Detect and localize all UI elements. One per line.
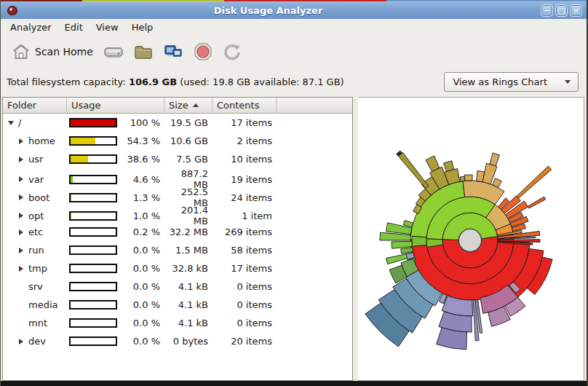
status-row: Total filesystem capacity: 106.9 GB (use… bbox=[1, 67, 587, 97]
expander-icon[interactable] bbox=[17, 339, 25, 344]
rings-chart-segment[interactable] bbox=[517, 166, 552, 198]
scan-folder-button[interactable] bbox=[129, 42, 158, 62]
usage-bar-fill bbox=[71, 156, 88, 162]
scan-filesystem-button[interactable] bbox=[98, 42, 129, 62]
column-header-contents[interactable]: Contents bbox=[212, 98, 277, 114]
capacity-value: 106.9 GB bbox=[129, 76, 177, 87]
triangle-closed-icon bbox=[19, 339, 23, 344]
stop-icon bbox=[194, 42, 212, 61]
column-header-usage[interactable]: Usage bbox=[67, 98, 164, 114]
usage-bar-fill bbox=[71, 213, 71, 219]
folder-cell: tmp bbox=[3, 263, 67, 274]
view-as-select[interactable]: View as Rings Chart bbox=[444, 72, 579, 92]
table-row[interactable]: tmp0.0 %32.8 kB17 items bbox=[3, 259, 352, 277]
folder-size: 4.1 kB bbox=[164, 318, 212, 328]
expander-icon[interactable] bbox=[17, 157, 25, 162]
expander-icon[interactable] bbox=[17, 176, 25, 182]
rings-chart-panel[interactable] bbox=[358, 97, 584, 381]
usage-bar-cell bbox=[67, 245, 121, 255]
folder-size: 7.5 GB bbox=[164, 154, 212, 165]
usage-bar-cell bbox=[67, 318, 121, 328]
folder-name: mnt bbox=[28, 318, 47, 328]
usage-bar-cell bbox=[67, 175, 121, 184]
window-bottom-border bbox=[1, 381, 587, 386]
tree-header: FolderUsageSizeContents bbox=[3, 98, 352, 114]
menu-item-view[interactable]: View bbox=[90, 20, 125, 34]
network-icon bbox=[163, 43, 183, 60]
usage-percent: 0.0 % bbox=[121, 318, 164, 328]
table-row[interactable]: dev0.0 %0 bytes20 items bbox=[3, 332, 352, 350]
table-row[interactable]: run0.0 %1.5 MB58 items bbox=[3, 241, 352, 259]
rings-chart-center[interactable] bbox=[459, 229, 482, 252]
expander-icon[interactable] bbox=[17, 213, 25, 218]
expander-icon[interactable] bbox=[7, 121, 15, 125]
table-row[interactable]: /100 %19.5 GB17 items bbox=[3, 114, 352, 132]
folder-name: var bbox=[28, 174, 44, 185]
expander-icon[interactable] bbox=[17, 248, 25, 253]
folder-tree-panel: FolderUsageSizeContents /100 %19.5 GB17 … bbox=[2, 97, 353, 381]
rings-chart-segment[interactable] bbox=[460, 176, 465, 181]
rings-chart-segment[interactable] bbox=[403, 221, 413, 227]
rings-chart-segment[interactable] bbox=[398, 152, 429, 188]
minimize-button[interactable]: − bbox=[541, 4, 553, 17]
titlebar[interactable]: Disk Usage Analyzer −□× bbox=[1, 1, 587, 19]
panel-splitter[interactable] bbox=[353, 97, 358, 381]
folder-name: srv bbox=[28, 281, 43, 292]
table-row[interactable]: boot1.3 %252.5 MB24 items bbox=[3, 186, 352, 205]
expander-icon[interactable] bbox=[17, 138, 25, 144]
rings-chart-segment[interactable] bbox=[426, 156, 440, 172]
triangle-open-icon bbox=[8, 121, 14, 125]
folder-size: 0 bytes bbox=[164, 336, 212, 347]
toolbar-button-label: Scan Home bbox=[35, 46, 93, 58]
expander-icon[interactable] bbox=[17, 194, 25, 200]
menu-item-edit[interactable]: Edit bbox=[58, 20, 90, 34]
table-row[interactable]: srv0.0 %4.1 kB0 items bbox=[3, 277, 352, 296]
menu-item-help[interactable]: Help bbox=[125, 20, 160, 34]
column-header-folder[interactable]: Folder bbox=[3, 98, 67, 114]
usage-bar-cell bbox=[67, 211, 121, 221]
table-row[interactable]: var4.6 %887.2 MB19 items bbox=[3, 168, 352, 186]
usage-bar-cell bbox=[67, 300, 121, 310]
table-row[interactable]: usr38.6 %7.5 GB10 items bbox=[3, 150, 352, 168]
folder-contents: 2 items bbox=[212, 135, 277, 146]
rings-chart-svg[interactable] bbox=[358, 98, 579, 381]
column-header-size[interactable]: Size bbox=[164, 98, 212, 114]
stop-button[interactable] bbox=[188, 40, 218, 63]
folder-contents: 0 items bbox=[212, 281, 277, 292]
expander-icon[interactable] bbox=[17, 266, 25, 272]
refresh-button[interactable] bbox=[218, 41, 247, 63]
rings-chart-segment[interactable] bbox=[464, 175, 472, 181]
maximize-button[interactable]: □ bbox=[555, 4, 568, 17]
table-row[interactable]: opt1.0 %201.4 MB1 item bbox=[3, 205, 352, 223]
usage-percent: 4.6 % bbox=[121, 174, 164, 185]
close-button[interactable]: × bbox=[570, 4, 582, 17]
usage-bar bbox=[69, 118, 117, 127]
table-row[interactable]: home54.3 %10.6 GB2 items bbox=[3, 132, 352, 150]
expander-icon[interactable] bbox=[17, 229, 25, 235]
scan-home-button[interactable]: Scan Home bbox=[7, 41, 98, 63]
rings-chart-segment[interactable] bbox=[444, 161, 454, 172]
table-row[interactable]: mnt0.0 %4.1 kB0 items bbox=[3, 314, 352, 332]
rings-chart-segment[interactable] bbox=[528, 197, 545, 208]
scan-remote-button[interactable] bbox=[158, 41, 188, 63]
usage-bar bbox=[69, 282, 117, 291]
folder-name: tmp bbox=[28, 263, 47, 274]
usage-percent: 0.0 % bbox=[121, 336, 164, 347]
triangle-closed-icon bbox=[19, 157, 23, 162]
column-header-label: Folder bbox=[7, 100, 36, 111]
menu-item-analyzer[interactable]: Analyzer bbox=[4, 20, 58, 34]
folder-size: 32.2 MB bbox=[164, 227, 212, 237]
usage-bar bbox=[69, 227, 117, 237]
rings-chart-segment[interactable] bbox=[490, 153, 499, 166]
usage-percent: 1.3 % bbox=[121, 192, 164, 203]
folder-cell: home bbox=[3, 135, 67, 146]
folder-contents: 10 items bbox=[212, 154, 277, 165]
folder-cell: dev bbox=[3, 336, 67, 347]
usage-bar-fill bbox=[71, 138, 95, 144]
folder-icon bbox=[134, 44, 153, 60]
folder-cell: usr bbox=[3, 154, 67, 165]
rings-chart-segment[interactable] bbox=[412, 236, 426, 246]
table-row[interactable]: media0.0 %4.1 kB0 items bbox=[3, 296, 352, 314]
rings-chart-segment[interactable] bbox=[392, 241, 412, 248]
column-header-label: Contents bbox=[217, 100, 259, 111]
